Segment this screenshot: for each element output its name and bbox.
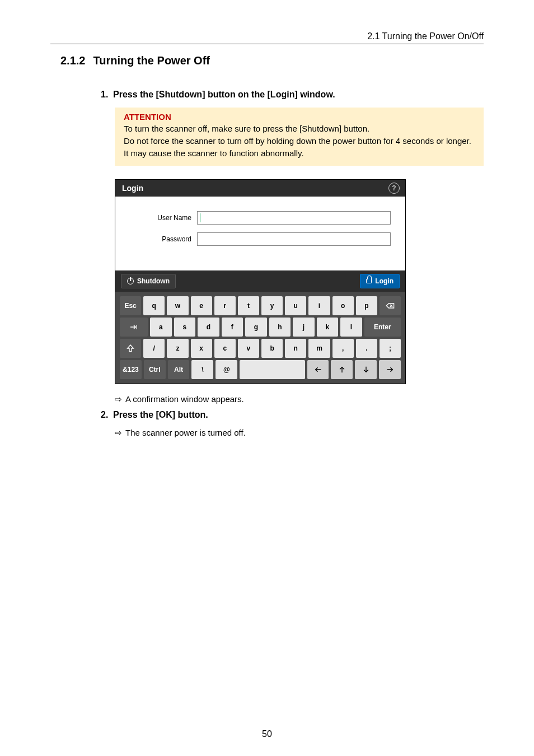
key-arrow-left[interactable] [307,360,329,379]
section-heading: 2.1.2Turning the Power Off [60,54,484,67]
key-a[interactable]: a [150,318,172,337]
key-w[interactable]: w [167,296,188,315]
result-2-text: The scanner power is turned off. [125,428,246,437]
result-2: ⇨The scanner power is turned off. [115,428,484,438]
key-semicolon[interactable]: ; [380,339,401,358]
attention-box: ATTENTION To turn the scanner off, make … [115,108,484,166]
shift-icon [126,344,135,353]
arrow-down-icon [362,365,371,374]
key-arrow-up[interactable] [331,360,353,379]
page-number: 50 [0,729,534,739]
login-form-area: User Name Password [115,197,405,270]
key-ctrl[interactable]: Ctrl [144,360,166,379]
key-backslash[interactable]: \ [191,360,213,379]
step-1: 1.Press the [Shutdown] button on the [Lo… [101,90,484,100]
attention-line-2: Do not force the scanner to turn off by … [124,135,475,147]
key-period[interactable]: . [356,339,377,358]
step-2-text: Press the [OK] button. [113,410,208,419]
key-arrow-right[interactable] [379,360,401,379]
shutdown-button[interactable]: Shutdown [121,274,176,288]
help-icon[interactable]: ? [388,183,400,194]
username-label: User Name [130,214,197,222]
key-symbols[interactable]: &123 [120,360,142,379]
key-o[interactable]: o [332,296,354,315]
key-alt[interactable]: Alt [168,360,190,379]
key-s[interactable]: s [174,318,196,337]
step-1-number: 1. [101,90,113,100]
attention-line-3: It may cause the scanner to function abn… [124,147,475,160]
key-h[interactable]: h [269,318,291,337]
shutdown-button-label: Shutdown [137,277,170,285]
key-b[interactable]: b [261,339,283,358]
key-x[interactable]: x [191,339,212,358]
password-input[interactable] [197,232,391,246]
key-space[interactable] [240,360,305,379]
key-enter[interactable]: Enter [364,318,401,337]
key-arrow-down[interactable] [355,360,377,379]
key-shift[interactable] [120,339,141,358]
key-u[interactable]: u [285,296,306,315]
arrow-up-icon [338,365,346,374]
key-z[interactable]: z [167,339,188,358]
login-title: Login [122,184,143,193]
username-row: User Name [130,211,391,225]
backspace-icon [386,301,395,310]
step-2-number: 2. [101,410,113,420]
key-l[interactable]: l [340,318,362,337]
header-rule [50,44,484,44]
password-label: Password [130,235,197,243]
arrow-left-icon [313,365,322,374]
key-m[interactable]: m [308,339,330,358]
result-arrow-icon: ⇨ [115,428,122,437]
result-1-text: A confirmation window appears. [125,394,244,404]
key-tab[interactable] [120,318,148,337]
power-icon [127,278,134,284]
text-cursor-icon [200,213,200,222]
key-d[interactable]: d [198,318,219,337]
key-at[interactable]: @ [216,360,237,379]
arrow-right-icon [386,365,395,374]
result-1: ⇨A confirmation window appears. [115,394,484,404]
key-e[interactable]: e [191,296,212,315]
key-esc[interactable]: Esc [120,296,141,315]
onscreen-keyboard: Esc q w e r t y u i o p [115,292,405,384]
key-c[interactable]: c [214,339,236,358]
login-button-bar: Shutdown Login [115,270,405,292]
key-q[interactable]: q [143,296,165,315]
step-2: 2.Press the [OK] button. [101,410,484,420]
key-backspace[interactable] [380,296,401,315]
section-number: 2.1.2 [60,54,85,67]
key-y[interactable]: y [261,296,283,315]
tab-icon [129,323,138,332]
login-window-screenshot: Login ? User Name Password Shutdown [115,179,406,384]
attention-title: ATTENTION [124,112,475,122]
header-breadcrumb: 2.1 Turning the Power On/Off [50,31,484,41]
login-button[interactable]: Login [360,274,400,288]
key-v[interactable]: v [238,339,259,358]
attention-line-1: To turn the scanner off, make sure to pr… [124,123,475,135]
login-button-label: Login [375,277,394,285]
section-title: Turning the Power Off [93,54,210,67]
key-i[interactable]: i [308,296,330,315]
key-k[interactable]: k [317,318,339,337]
key-slash[interactable]: / [143,339,165,358]
username-input[interactable] [197,211,391,225]
login-titlebar: Login ? [115,180,405,197]
key-j[interactable]: j [293,318,315,337]
key-f[interactable]: f [222,318,243,337]
key-g[interactable]: g [245,318,267,337]
step-1-text: Press the [Shutdown] button on the [Logi… [113,90,335,99]
password-row: Password [130,232,391,246]
key-r[interactable]: r [214,296,236,315]
key-p[interactable]: p [356,296,377,315]
key-t[interactable]: t [238,296,259,315]
lock-icon [366,279,372,283]
key-n[interactable]: n [285,339,306,358]
result-arrow-icon: ⇨ [115,394,122,404]
key-comma[interactable]: , [332,339,354,358]
